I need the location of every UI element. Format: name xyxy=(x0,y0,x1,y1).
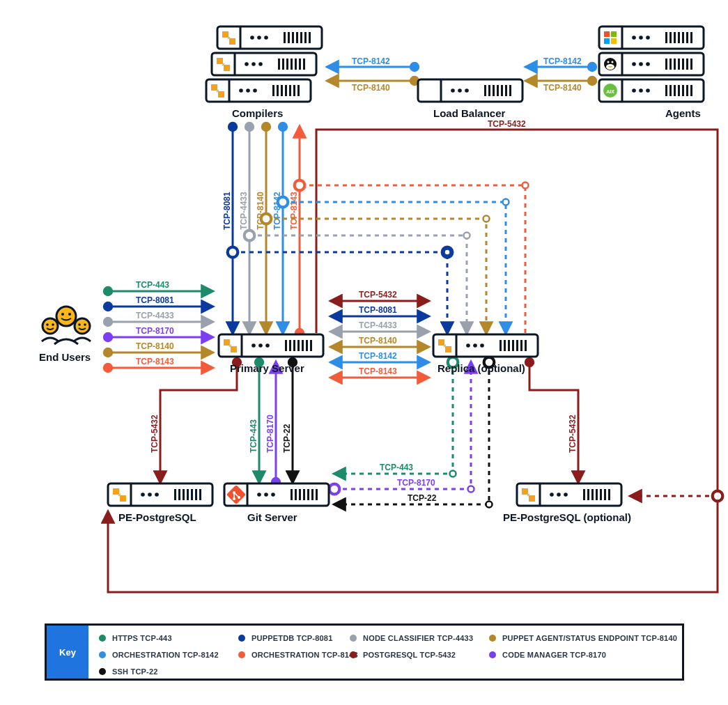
node-label: Agents xyxy=(665,107,701,119)
end-users-node: End Users xyxy=(39,307,91,363)
svg-point-92 xyxy=(238,651,245,658)
node-label: Replica (optional) xyxy=(437,362,525,374)
edge-label: TCP-8140 xyxy=(543,83,582,93)
node-label: Compilers xyxy=(232,107,283,119)
svg-point-81 xyxy=(61,313,64,316)
svg-point-75 xyxy=(75,318,90,334)
diagram-root: TCP-8142 TCP-8140 TCP-8142 TCP-8140 TCP-… xyxy=(0,0,728,705)
edge-label: TCP-8170 xyxy=(265,415,275,453)
edge-label: TCP-8140 xyxy=(352,83,390,93)
svg-point-94 xyxy=(489,651,496,658)
edge-label: TCP-5432 xyxy=(568,415,578,453)
node-label: Git Server xyxy=(247,511,297,523)
edge-label: TCP-4433 xyxy=(136,311,174,320)
svg-point-74 xyxy=(42,318,58,334)
edge-label: TCP-5432 xyxy=(150,415,160,453)
svg-point-90 xyxy=(489,635,496,642)
edge-label: TCP-8170 xyxy=(136,326,174,336)
load-balancer-node: Load Balancer xyxy=(418,79,522,119)
svg-point-61 xyxy=(450,471,456,477)
git-server-node: Git Server xyxy=(224,483,329,523)
node-label: Load Balancer xyxy=(433,107,506,119)
svg-rect-65 xyxy=(611,31,617,37)
legend-item-label: PUPPET AGENT/STATUS ENDPOINT TCP-8140 xyxy=(502,634,677,642)
agents-node: AIX Agents xyxy=(599,26,704,119)
svg-point-71 xyxy=(612,61,614,63)
legend-item-label: CODE MANAGER TCP-8170 xyxy=(502,651,606,659)
svg-point-45 xyxy=(522,183,529,189)
svg-point-62 xyxy=(468,486,474,493)
edge-label: TCP-443 xyxy=(136,280,169,290)
svg-rect-64 xyxy=(604,31,610,37)
svg-point-82 xyxy=(68,313,71,316)
legend-item-label: NODE CLASSIFIER TCP-4433 xyxy=(363,634,473,642)
svg-point-95 xyxy=(99,668,106,675)
node-label: End Users xyxy=(39,351,91,363)
node-label: PE-PostgreSQL (optional) xyxy=(503,511,631,523)
svg-point-78 xyxy=(52,323,54,326)
primary-server-node: Primary Server xyxy=(219,334,323,374)
edge-label: TCP-5432 xyxy=(488,119,526,129)
edge-label: TCP-8143 xyxy=(359,366,397,376)
legend-item-label: HTTPS TCP-443 xyxy=(112,634,172,642)
legend-item-label: ORCHESTRATION TCP-8143 xyxy=(251,651,358,659)
edge-label: TCP-8142 xyxy=(272,192,282,230)
aix-icon: AIX xyxy=(603,84,617,98)
edge-label: TCP-8081 xyxy=(136,295,174,305)
svg-point-87 xyxy=(99,635,106,642)
svg-point-77 xyxy=(46,323,49,326)
edge-label: TCP-4433 xyxy=(239,192,249,230)
edge-label: TCP-8140 xyxy=(359,336,397,346)
pe-postgresql-right-node: PE-PostgreSQL (optional) xyxy=(503,483,631,523)
legend-item-label: PUPPETDB TCP-8081 xyxy=(251,634,333,642)
node-label: PE-PostgreSQL xyxy=(118,511,196,523)
legend-item-label: POSTGRESQL TCP-5432 xyxy=(363,651,456,659)
svg-point-80 xyxy=(84,323,86,326)
svg-point-76 xyxy=(56,307,76,326)
edge-label: TCP-22 xyxy=(282,424,292,453)
linux-icon xyxy=(604,58,617,70)
svg-point-89 xyxy=(350,635,357,642)
edge-label: TCP-8081 xyxy=(222,192,232,230)
edge-label: TCP-5432 xyxy=(359,290,397,300)
legend: Key HTTPS TCP-443PUPPETDB TCP-8081NODE C… xyxy=(45,623,684,681)
edge-label: TCP-8142 xyxy=(352,56,390,66)
legend-item-label: ORCHESTRATION TCP-8142 xyxy=(112,651,219,659)
replica-node: Replica (optional) xyxy=(433,334,538,374)
edge-label: TCP-8143 xyxy=(136,357,174,366)
svg-point-91 xyxy=(99,651,106,658)
svg-point-93 xyxy=(350,651,357,658)
edge-label: TCP-8143 xyxy=(289,192,299,230)
svg-point-70 xyxy=(607,61,610,63)
svg-point-42 xyxy=(464,233,470,239)
edge-label: TCP-443 xyxy=(380,463,413,472)
edge-label: TCP-8170 xyxy=(397,478,435,488)
svg-rect-66 xyxy=(604,38,610,44)
edge-label: TCP-8142 xyxy=(359,351,397,361)
edge-label: TCP-4433 xyxy=(359,320,397,330)
svg-point-79 xyxy=(78,323,81,326)
svg-point-88 xyxy=(238,635,245,642)
svg-point-43 xyxy=(483,216,490,222)
edge-label: TCP-8140 xyxy=(136,341,174,351)
svg-text:AIX: AIX xyxy=(606,89,614,94)
edge-label: TCP-8081 xyxy=(359,305,397,315)
svg-point-41 xyxy=(444,249,451,256)
edge-label: TCP-8142 xyxy=(543,56,582,66)
edge-label: TCP-8140 xyxy=(256,192,265,230)
edge-label: TCP-443 xyxy=(249,419,258,453)
svg-point-63 xyxy=(486,502,493,508)
pe-postgresql-left-node: PE-PostgreSQL xyxy=(108,483,212,523)
svg-point-44 xyxy=(503,199,509,206)
legend-item-label: SSH TCP-22 xyxy=(112,667,158,676)
node-label: Primary Server xyxy=(230,362,304,374)
edge-label: TCP-22 xyxy=(408,493,437,503)
compilers-node: Compilers xyxy=(206,26,322,119)
svg-rect-67 xyxy=(611,38,617,44)
